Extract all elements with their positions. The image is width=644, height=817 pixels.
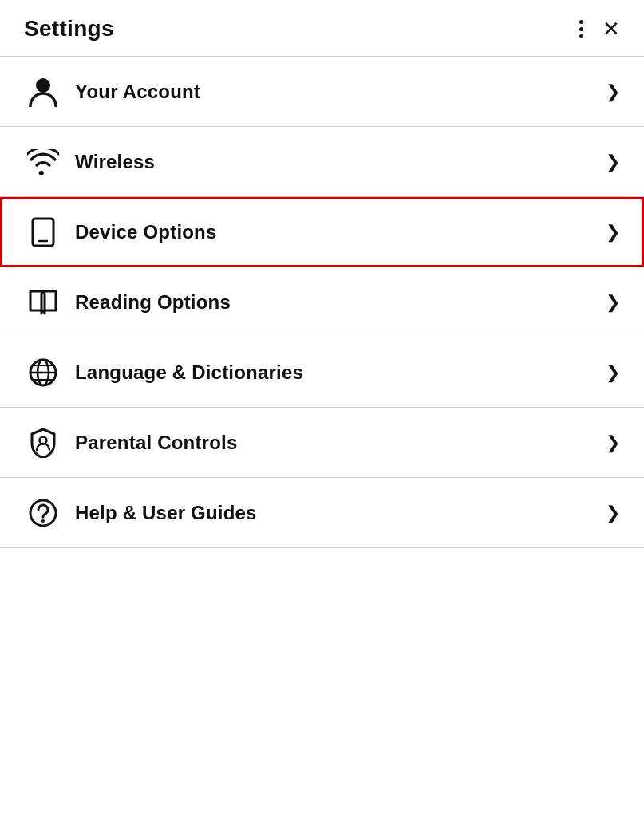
menu-item-language-dictionaries[interactable]: Language & Dictionaries ❯ — [0, 337, 644, 408]
header-actions: ✕ — [576, 17, 620, 41]
language-dictionaries-chevron: ❯ — [606, 362, 620, 383]
wifi-icon — [24, 149, 62, 175]
your-account-label: Your Account — [75, 81, 598, 103]
device-options-label: Device Options — [75, 221, 598, 243]
parental-controls-label: Parental Controls — [75, 432, 598, 454]
svg-point-0 — [36, 78, 50, 93]
device-icon — [24, 217, 62, 247]
shield-icon — [24, 428, 62, 458]
close-icon[interactable]: ✕ — [603, 18, 620, 39]
language-dictionaries-label: Language & Dictionaries — [75, 361, 598, 384]
reading-options-chevron: ❯ — [606, 292, 620, 313]
menu-item-your-account[interactable]: Your Account ❯ — [0, 57, 644, 127]
settings-panel: Settings ✕ Your Account ❯ — [0, 0, 644, 817]
menu-item-wireless[interactable]: Wireless ❯ — [0, 127, 644, 197]
menu-item-device-options[interactable]: Device Options ❯ — [0, 197, 644, 267]
menu-item-help-user-guides[interactable]: Help & User Guides ❯ — [0, 478, 644, 548]
settings-menu-list: Your Account ❯ Wireless ❯ — [0, 57, 644, 548]
menu-item-reading-options[interactable]: Reading Options ❯ — [0, 267, 644, 337]
wireless-chevron: ❯ — [606, 152, 620, 172]
account-icon — [24, 77, 62, 107]
book-icon — [24, 289, 62, 316]
device-options-chevron: ❯ — [606, 222, 620, 243]
your-account-chevron: ❯ — [606, 81, 620, 102]
settings-header: Settings ✕ — [0, 0, 644, 57]
wireless-label: Wireless — [75, 151, 598, 173]
parental-controls-chevron: ❯ — [606, 432, 620, 453]
reading-options-label: Reading Options — [75, 291, 598, 314]
more-vertical-icon[interactable] — [576, 17, 587, 41]
help-user-guides-label: Help & User Guides — [75, 502, 598, 524]
menu-item-parental-controls[interactable]: Parental Controls ❯ — [0, 408, 644, 478]
help-user-guides-chevron: ❯ — [606, 503, 620, 523]
help-icon — [24, 498, 62, 528]
svg-point-8 — [41, 519, 45, 523]
globe-icon — [24, 357, 62, 388]
settings-title: Settings — [24, 16, 114, 41]
